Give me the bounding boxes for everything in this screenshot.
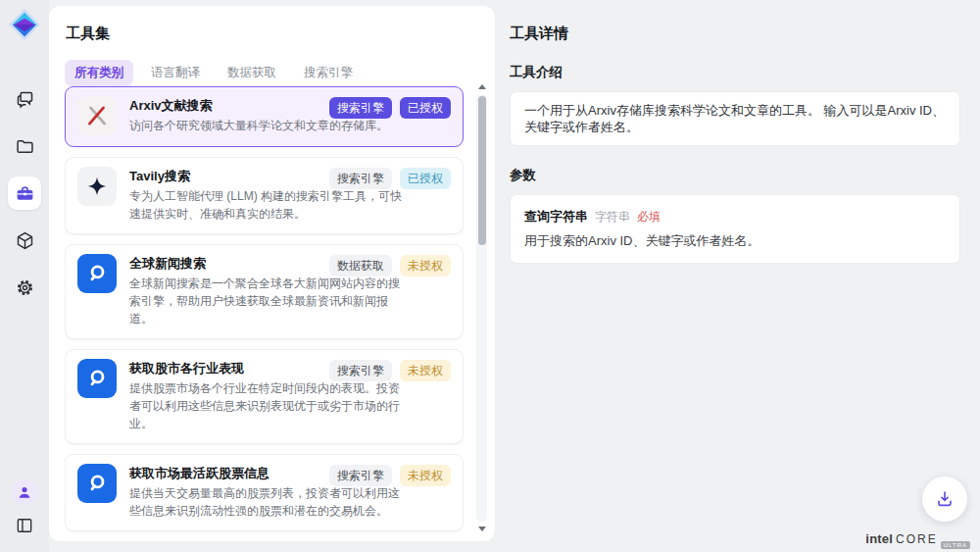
tool-card-global-news[interactable]: 全球新闻搜索 全球新闻搜索是一个聚合全球各大新闻网站内容的搜索引擎，帮助用户快速… xyxy=(65,244,464,339)
tool-card-arxiv[interactable]: Arxiv文献搜索 访问各个研究领域大量科学论文和文章的存储库。 搜索引擎 已授… xyxy=(65,86,464,147)
scrollbar-thumb[interactable] xyxy=(478,96,486,245)
sidebar-item-models[interactable] xyxy=(8,224,41,257)
tab-all-categories[interactable]: 所有类别 xyxy=(65,60,133,86)
folder-icon xyxy=(15,136,35,157)
toolbox-icon xyxy=(15,183,35,204)
auth-badge: 已授权 xyxy=(400,168,451,189)
diamond-logo-icon xyxy=(8,8,41,41)
tab-language-translation[interactable]: 语言翻译 xyxy=(141,60,210,86)
param-required-badge: 必填 xyxy=(637,209,661,226)
category-tag: 数据获取 xyxy=(329,255,392,276)
tool-description: 访问各个研究领域大量科学论文和文章的存储库。 xyxy=(129,117,404,134)
q-search-icon xyxy=(77,464,117,503)
scroll-up-arrow-icon[interactable] xyxy=(478,84,486,89)
tool-list: Arxiv文献搜索 访问各个研究领域大量科学论文和文章的存储库。 搜索引擎 已授… xyxy=(65,86,464,535)
download-button[interactable] xyxy=(922,477,967,522)
tavily-star-icon xyxy=(77,167,117,206)
parameter-card: 查询字符串 字符串 必填 用于搜索的Arxiv ID、关键字或作者姓名。 xyxy=(510,194,960,264)
ultra-badge: Ultra xyxy=(941,541,970,549)
person-icon xyxy=(16,483,33,501)
tool-description: 专为人工智能代理 (LLM) 构建的搜索引擎工具，可快速提供实时、准确和真实的结… xyxy=(129,187,404,223)
download-icon xyxy=(934,488,956,510)
panel-toggle-button[interactable] xyxy=(13,515,36,538)
app-logo xyxy=(8,8,41,41)
param-description: 用于搜索的Arxiv ID、关键字或作者姓名。 xyxy=(524,232,946,253)
arxiv-icon xyxy=(77,96,117,135)
tool-description: 提供当天交易量最高的股票列表，投资者可以利用这些信息来识别流动性强的股票和潜在的… xyxy=(129,484,404,520)
user-avatar[interactable] xyxy=(12,479,37,505)
sidebar-nav xyxy=(8,82,41,304)
cube-icon xyxy=(15,230,35,251)
q-search-icon xyxy=(77,359,117,398)
sidebar-item-chat[interactable] xyxy=(8,82,41,116)
category-tag: 搜索引擎 xyxy=(329,168,392,189)
tool-description: 全球新闻搜索是一个聚合全球各大新闻网站内容的搜索引擎，帮助用户快速获取全球最新资… xyxy=(129,275,404,327)
tool-description: 提供股票市场各个行业在特定时间段内的表现。投资者可以利用这些信息来识别表现优于或… xyxy=(129,379,404,432)
sidebar-bottom xyxy=(12,479,37,538)
sidebar-item-tools[interactable] xyxy=(8,176,41,210)
param-name: 查询字符串 xyxy=(524,208,588,226)
sidebar-item-files[interactable] xyxy=(8,129,41,163)
gear-icon xyxy=(15,277,35,298)
category-tag: 搜索引擎 xyxy=(329,360,392,381)
params-heading: 参数 xyxy=(495,146,980,184)
details-title: 工具详情 xyxy=(495,0,980,43)
tab-data-acquisition[interactable]: 数据获取 xyxy=(218,60,286,86)
auth-badge: 未授权 xyxy=(400,255,451,276)
intro-heading: 工具介绍 xyxy=(495,43,980,81)
tools-panel: 工具集 所有类别 语言翻译 数据获取 搜索引擎 Arxiv文献搜索 访问各个研究… xyxy=(49,6,495,541)
auth-badge: 已授权 xyxy=(400,97,451,119)
category-tabs: 所有类别 语言翻译 数据获取 搜索引擎 xyxy=(49,43,495,86)
tool-intro-text: 一个用于从Arxiv存储库搜索科学论文和文章的工具。 输入可以是Arxiv ID… xyxy=(510,91,960,146)
param-type: 字符串 xyxy=(595,209,630,226)
intel-wordmark: intel xyxy=(865,531,893,546)
tool-card-active-stocks[interactable]: 获取市场最活跃股票信息 提供当天交易量最高的股票列表，投资者可以利用这些信息来识… xyxy=(65,454,464,531)
sidebar-item-settings[interactable] xyxy=(8,271,41,304)
scroll-down-arrow-icon[interactable] xyxy=(478,527,486,531)
tool-list-scrollbar[interactable] xyxy=(476,84,487,531)
intel-core-badge: intel core Ultra xyxy=(865,531,970,546)
tool-details-panel: 工具详情 工具介绍 一个用于从Arxiv存储库搜索科学论文和文章的工具。 输入可… xyxy=(495,0,980,552)
auth-badge: 未授权 xyxy=(400,360,451,381)
tools-panel-title: 工具集 xyxy=(49,6,495,43)
tool-card-tavily[interactable]: Tavily搜索 专为人工智能代理 (LLM) 构建的搜索引擎工具，可快速提供实… xyxy=(65,157,464,234)
category-tag: 搜索引擎 xyxy=(329,465,392,486)
tab-search-engine[interactable]: 搜索引擎 xyxy=(294,60,363,86)
sidebar xyxy=(0,0,49,552)
auth-badge: 未授权 xyxy=(400,465,451,486)
q-search-icon xyxy=(77,254,117,293)
tool-card-stock-sectors[interactable]: 获取股市各行业表现 提供股票市场各个行业在特定时间段内的表现。投资者可以利用这些… xyxy=(65,349,464,444)
category-tag: 搜索引擎 xyxy=(329,97,392,119)
layout-panel-icon xyxy=(15,516,34,535)
chat-icon xyxy=(15,89,35,110)
core-wordmark: core xyxy=(896,532,938,546)
